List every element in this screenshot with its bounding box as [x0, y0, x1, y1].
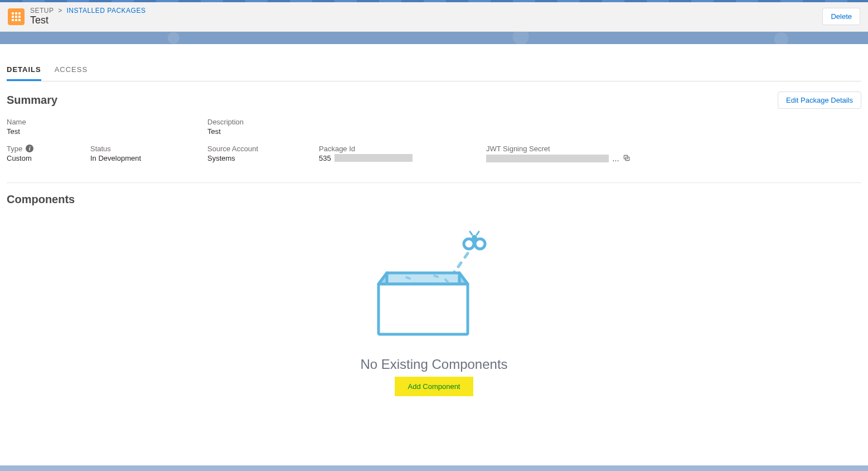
info-icon[interactable]: i: [26, 145, 33, 152]
header-actions: Delete: [822, 8, 860, 25]
type-label: Type i: [7, 145, 68, 153]
svg-rect-18: [379, 284, 468, 334]
tab-details[interactable]: DETAILS: [7, 60, 41, 81]
package-id-prefix: 535: [319, 154, 331, 162]
svg-line-7: [465, 253, 468, 257]
empty-state: No Existing Components Add Component: [7, 206, 861, 407]
breadcrumb-separator: >: [58, 7, 62, 15]
app-launcher-icon[interactable]: [8, 8, 25, 25]
source-account-value: Systems: [207, 154, 297, 162]
jwt-redacted: [486, 155, 609, 162]
add-component-button[interactable]: Add Component: [395, 377, 474, 396]
bottom-stripe: [0, 465, 868, 471]
jwt-suffix: …: [612, 155, 619, 163]
copy-icon[interactable]: [623, 154, 631, 164]
svg-marker-13: [459, 273, 468, 284]
breadcrumb-link[interactable]: INSTALLED PACKAGES: [67, 7, 146, 15]
jwt-value: …: [486, 154, 653, 164]
svg-point-4: [472, 235, 477, 242]
package-id-value: 535: [319, 154, 464, 162]
empty-state-title: No Existing Components: [360, 357, 507, 372]
status-value: In Development: [90, 154, 185, 162]
jwt-label: JWT Signing Secret: [486, 145, 653, 153]
tabs: DETAILS ACCESS: [7, 60, 861, 81]
svg-line-15: [434, 276, 438, 277]
summary-heading: Summary: [7, 94, 57, 107]
name-value: Test: [7, 127, 185, 136]
svg-marker-11: [379, 273, 468, 284]
summary-grid: Name Test Description Test Type i Custom…: [7, 113, 861, 182]
page-title: Test: [30, 15, 822, 27]
package-id-label: Package Id: [319, 145, 464, 153]
edit-package-details-button[interactable]: Edit Package Details: [778, 92, 861, 109]
components-heading: Components: [7, 193, 861, 206]
description-label: Description: [207, 118, 430, 126]
svg-line-16: [445, 280, 448, 282]
status-label: Status: [90, 145, 185, 153]
tab-access[interactable]: ACCESS: [55, 60, 88, 81]
svg-marker-12: [379, 273, 387, 284]
svg-line-14: [406, 277, 410, 278]
svg-line-5: [470, 232, 472, 235]
svg-line-8: [458, 263, 461, 267]
description-value: Test: [207, 127, 430, 136]
breadcrumb-root: SETUP: [30, 7, 54, 15]
breadcrumb: SETUP > INSTALLED PACKAGES: [30, 7, 822, 15]
type-value: Custom: [7, 154, 68, 162]
delete-button[interactable]: Delete: [822, 8, 860, 25]
empty-box-icon: [356, 228, 512, 345]
decorative-pattern-stripe: [0, 32, 868, 44]
page-header: SETUP > INSTALLED PACKAGES Test Delete: [0, 2, 868, 32]
svg-line-6: [477, 232, 479, 235]
source-account-label: Source Account: [207, 145, 297, 153]
name-label: Name: [7, 118, 185, 126]
package-id-redacted: [334, 154, 413, 162]
